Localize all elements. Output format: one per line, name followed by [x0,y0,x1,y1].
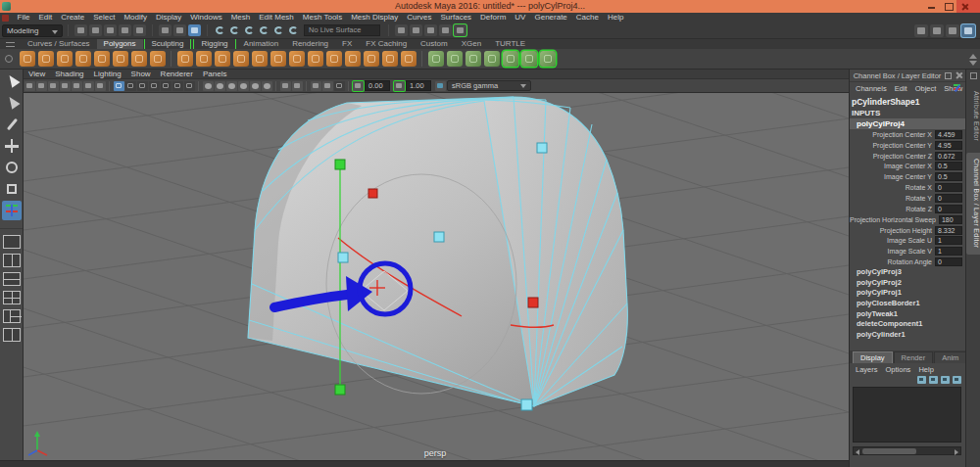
poly-pyramid-icon[interactable] [131,51,147,67]
film-gate-icon[interactable] [125,81,136,91]
poly-cube-icon[interactable] [38,51,54,67]
menu-item[interactable]: Help [603,13,627,23]
menu-item[interactable]: Select [89,13,120,23]
select-object-icon[interactable] [173,24,186,36]
bookmark-icon[interactable] [60,81,71,91]
exposure-field[interactable]: 0.00 [365,80,390,91]
menu-item[interactable]: Curves [403,13,436,23]
cylinder-mesh[interactable] [248,97,627,406]
redo-icon[interactable] [133,24,146,36]
layer-editor-tab[interactable]: Anim [934,351,966,363]
gamma-field[interactable]: 1.00 [406,80,431,91]
select-camera-icon[interactable] [24,81,35,91]
layer-menu-item[interactable]: Options [882,365,915,374]
manip-handle-cyan-top[interactable] [537,143,547,153]
shelf-tab[interactable]: Sculpting [144,39,192,49]
manip-handle-red-top[interactable] [368,189,377,198]
history-node[interactable]: polyTweak1 [850,309,965,320]
soft-select-icon[interactable] [428,51,444,67]
shelf-gear-icon[interactable] [5,55,13,63]
camera-based-select-icon[interactable] [521,51,537,67]
append-polygon-icon[interactable] [382,51,398,67]
anim-layer-from-selected-icon[interactable] [953,376,961,384]
poly-cone-icon[interactable] [75,51,91,67]
snap-to-curve-icon[interactable] [228,24,241,36]
new-scene-icon[interactable] [74,24,87,36]
xray-joints-icon[interactable] [322,81,333,91]
layout-two-pane-side-by-side[interactable] [3,254,21,267]
panel-menu-item[interactable]: View [24,70,50,78]
safe-title-icon[interactable] [184,81,195,91]
history-node[interactable]: polyCylProj3 [850,267,965,278]
render-current-frame-icon[interactable] [424,24,437,36]
history-node[interactable]: polyCylProj2 [850,278,965,289]
safe-action-icon[interactable] [172,81,183,91]
layer-editor-tab[interactable]: Render [894,351,934,363]
channel-box-menu-item[interactable]: Object [911,84,941,93]
select-hierarchy-icon[interactable] [159,24,172,36]
viewport-canvas[interactable]: persp [24,93,849,460]
textured-icon[interactable] [226,81,237,91]
manip-handle-green-bottom[interactable] [335,385,345,395]
lasso-tool-icon[interactable] [2,93,22,113]
attribute-value-field[interactable]: 0.5 [935,162,962,170]
layout-four-pane[interactable] [3,291,21,304]
manipulator-mode-icon[interactable] [954,84,961,92]
tab-attribute-editor[interactable]: Attribute Editor [966,85,980,147]
layout-persp-outliner[interactable] [3,309,21,323]
gamma-icon[interactable] [394,81,405,91]
select-component-icon[interactable] [188,24,201,36]
grease-pencil-icon[interactable] [95,81,106,91]
symmetry-icon[interactable] [503,51,518,67]
color-management-icon[interactable] [435,81,446,91]
menu-item[interactable]: Windows [186,13,226,23]
layer-editor-tab[interactable]: Display [853,351,893,363]
select-tool-icon[interactable] [2,71,22,91]
save-scene-icon[interactable] [104,24,117,36]
quad-draw-icon[interactable] [401,51,416,67]
attribute-value-field[interactable]: 8.332 [935,226,962,235]
poly-cylinder-icon[interactable] [57,51,73,67]
shadows-icon[interactable] [262,81,272,91]
xray-icon[interactable] [311,81,321,91]
poly-plane-icon[interactable] [94,51,110,67]
layout-single-pane[interactable] [3,235,21,249]
menu-item[interactable]: Surfaces [436,13,476,23]
shelf-tab[interactable]: Custom [414,39,455,49]
menu-item[interactable]: Cache [571,13,603,23]
snap-to-grid-icon[interactable] [214,24,226,36]
menu-item[interactable]: Mesh Tools [298,13,346,23]
manip-handle-cyan-left[interactable] [338,253,348,262]
minimize-button[interactable] [923,0,940,13]
menu-item[interactable]: Modify [120,13,152,23]
panel-menu-item[interactable]: Panels [198,70,231,78]
image-plane-icon[interactable] [72,81,82,91]
use-default-material-icon[interactable] [238,81,249,91]
poly-torus-icon[interactable] [113,51,128,67]
snap-to-projected-center-icon[interactable] [258,24,270,36]
ipr-render-icon[interactable] [439,24,452,36]
restore-button[interactable] [940,0,956,13]
history-node[interactable]: deleteComponent1 [850,319,965,330]
convert-selection-icon[interactable] [466,51,481,67]
empty-anim-layer-icon[interactable] [941,376,950,384]
show-attribute-editor-icon[interactable] [914,24,928,37]
shelf-scroll-arrows[interactable] [969,52,977,68]
attribute-value-field[interactable]: 4.95 [935,141,962,150]
scale-tool-icon[interactable] [2,179,22,199]
paint-select-tool-icon[interactable] [2,115,22,134]
grid-toggle-icon[interactable] [114,81,124,91]
live-surface-field[interactable]: No Live Surface [304,24,380,36]
rotate-tool-icon[interactable] [2,158,22,177]
bridge-icon[interactable] [345,51,361,67]
render-settings-icon[interactable] [454,24,466,36]
shelf-tab[interactable]: FX [335,39,359,49]
menu-item[interactable]: Deform [476,13,511,23]
construction-history-icon[interactable] [395,24,408,36]
menu-item[interactable]: Generate [530,13,571,23]
selected-history-node[interactable]: polyCylProj4 [850,118,965,129]
shelf-tab[interactable]: Animation [237,39,286,49]
menu-item[interactable]: Edit Mesh [255,13,299,23]
dock-icon[interactable] [970,72,977,79]
poly-sphere-icon[interactable] [20,51,35,67]
